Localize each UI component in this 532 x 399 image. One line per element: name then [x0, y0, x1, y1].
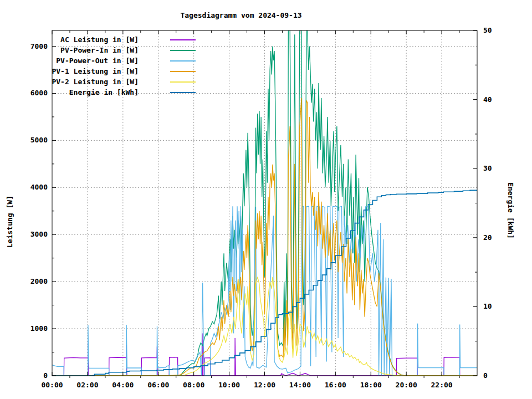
- legend-line-swatch: [170, 50, 196, 51]
- x-tick-label: 06:00: [147, 381, 169, 389]
- x-tick-label: 12:00: [254, 381, 275, 389]
- y-left-tick-label: 0: [43, 371, 48, 380]
- x-tick-label: 16:00: [325, 381, 346, 389]
- y-right-axis-title: Energie [kWh]: [507, 182, 515, 239]
- x-tick-label: 08:00: [183, 381, 204, 389]
- y-left-tick-label: 7000: [30, 42, 48, 50]
- legend-label: AC Leistung in [W]: [50, 34, 139, 45]
- y-left-tick-label: 3000: [30, 230, 48, 238]
- y-right-tick-label: 30: [483, 164, 492, 172]
- legend-line-swatch: [170, 60, 196, 62]
- y-right-tick-label: 10: [483, 302, 492, 310]
- chart-title: Tagesdiagramm vom 2024-09-13: [0, 11, 482, 19]
- y-left-tick-label: 5000: [30, 136, 48, 144]
- x-tick-label: 04:00: [112, 381, 134, 389]
- y-left-tick-label: 6000: [30, 89, 48, 97]
- x-tick-label: 02:00: [76, 381, 98, 389]
- y-right-tick-label: 50: [483, 26, 492, 34]
- x-tick-label: 14:00: [289, 381, 311, 389]
- y-right-tick-label: 0: [483, 371, 488, 380]
- y-left-tick-label: 1000: [30, 324, 48, 332]
- legend-line-swatch: [170, 81, 196, 83]
- legend-label: PV-1 Leistung in [W]: [50, 66, 139, 76]
- x-tick-label: 10:00: [218, 381, 240, 389]
- x-tick-label: 18:00: [360, 381, 382, 389]
- x-tick-label: 22:00: [431, 381, 453, 389]
- x-tick-label: 20:00: [396, 381, 417, 389]
- legend-label: Energie in [kWh]: [50, 87, 139, 98]
- legend-label: PV-Power-Out in [W]: [50, 55, 139, 66]
- legend-line-swatch: [170, 71, 196, 72]
- y-left-tick-label: 4000: [30, 183, 48, 191]
- chart-canvas: 00:0002:0004:0006:0008:0010:0012:0014:00…: [0, 0, 532, 399]
- legend-label: PV-2 Leistung in [W]: [50, 76, 139, 87]
- x-tick-label: 00:00: [41, 381, 63, 389]
- y-right-tick-label: 40: [483, 95, 492, 104]
- legend-label: PV-Power-In in [W]: [50, 45, 139, 55]
- y-right-tick-label: 20: [483, 233, 492, 242]
- legend-line-swatch: [170, 39, 196, 40]
- legend-line-swatch: [170, 92, 196, 93]
- y-left-tick-label: 2000: [30, 277, 48, 285]
- y-left-axis-title: Leistung [W]: [6, 196, 14, 248]
